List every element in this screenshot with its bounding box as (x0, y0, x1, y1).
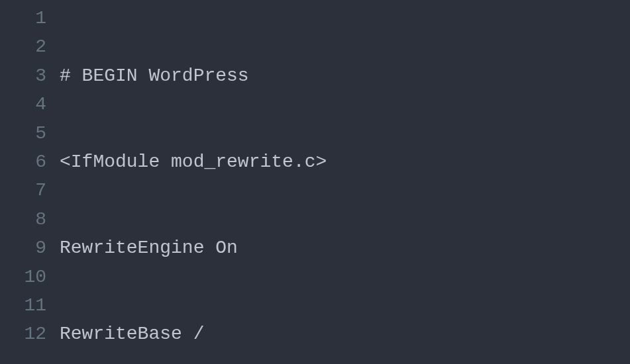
code-editor[interactable]: 1 2 3 4 5 6 7 8 9 10 11 12 # BEGIN WordP… (0, 4, 630, 364)
code-line[interactable]: RewriteEngine On (60, 234, 630, 262)
line-number: 6 (0, 148, 46, 176)
line-number: 10 (0, 263, 46, 291)
line-number: 8 (0, 205, 46, 234)
line-number: 11 (0, 291, 46, 320)
line-number: 1 (0, 4, 46, 32)
code-line[interactable]: RewriteBase / (60, 320, 630, 348)
line-number-gutter: 1 2 3 4 5 6 7 8 9 10 11 12 (0, 4, 60, 364)
line-number: 4 (0, 90, 46, 118)
line-number: 7 (0, 176, 46, 205)
line-number: 2 (0, 32, 46, 61)
line-number: 12 (0, 320, 46, 348)
code-content[interactable]: # BEGIN WordPress <IfModule mod_rewrite.… (60, 4, 630, 364)
line-number: 5 (0, 119, 46, 148)
line-number: 9 (0, 234, 46, 262)
code-line[interactable]: <IfModule mod_rewrite.c> (60, 148, 630, 176)
code-line[interactable]: # BEGIN WordPress (60, 62, 630, 90)
line-number: 3 (0, 62, 46, 90)
